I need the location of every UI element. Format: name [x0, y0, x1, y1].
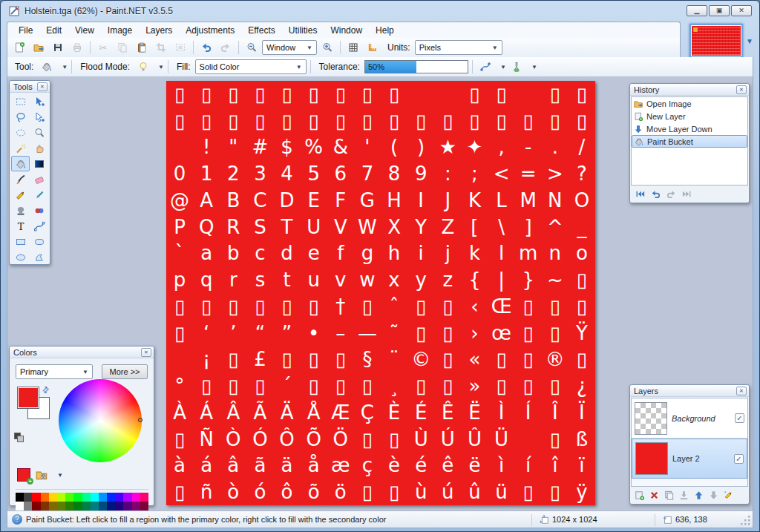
tool-paintbrush[interactable] [11, 171, 30, 187]
zoom-in-button[interactable] [318, 39, 336, 56]
tool-move-selected-pixels[interactable] [30, 93, 48, 109]
chevron-down-icon[interactable]: ▼ [57, 472, 63, 479]
history-panel-titlebar[interactable]: History ✕ [630, 84, 749, 96]
tool-rectangle[interactable] [11, 234, 30, 249]
fill-style-combobox[interactable]: Solid Color▼ [195, 59, 307, 74]
palette-swatch[interactable] [99, 493, 107, 502]
antialiasing-button[interactable] [476, 59, 494, 75]
resize-grip[interactable] [741, 516, 751, 526]
tool-gradient[interactable] [30, 156, 48, 171]
tool-pan[interactable] [30, 140, 48, 156]
units-combobox[interactable]: Pixels▼ [415, 40, 502, 55]
swap-colors-icon[interactable]: ⇄ [40, 384, 52, 396]
save-button[interactable] [49, 39, 67, 56]
history-rewind-button[interactable] [635, 188, 646, 201]
palette-swatch[interactable] [107, 502, 115, 510]
tool-ellipse-select[interactable] [11, 125, 30, 140]
palette-swatch[interactable] [57, 502, 65, 510]
palette-swatch[interactable] [123, 502, 131, 510]
chevron-down-icon[interactable]: ▼ [158, 64, 164, 70]
layer-properties-button[interactable] [723, 490, 734, 502]
palette-swatch[interactable] [115, 493, 123, 502]
tool-ellipse[interactable] [11, 249, 30, 265]
menu-window[interactable]: Window [324, 24, 369, 37]
paste-button[interactable] [133, 39, 151, 56]
palette-swatch[interactable] [65, 502, 73, 510]
palette-swatch[interactable] [16, 493, 24, 502]
palette-swatch[interactable] [123, 493, 131, 502]
close-icon[interactable]: ✕ [736, 85, 747, 94]
palette-swatch[interactable] [16, 502, 24, 510]
blend-mode-button[interactable] [508, 59, 525, 75]
colors-panel-titlebar[interactable]: Colors ✕ [10, 347, 154, 358]
tool-rectangle-select[interactable] [11, 93, 30, 109]
palette-swatch[interactable] [107, 493, 115, 502]
color-wheel[interactable] [59, 379, 142, 462]
layer-row[interactable]: Layer 2✓ [632, 439, 747, 479]
menu-effects[interactable]: Effects [241, 24, 281, 37]
ruler-toggle-button[interactable] [364, 39, 381, 56]
palette-swatch[interactable] [91, 502, 99, 510]
zoom-level-combobox[interactable]: Window▼ [262, 40, 317, 55]
print-button[interactable] [68, 39, 86, 56]
minimize-button[interactable]: ▁ [687, 5, 707, 16]
open-button[interactable] [30, 39, 48, 56]
tools-panel-titlebar[interactable]: Tools ✕ [10, 81, 50, 93]
crop-button[interactable] [152, 39, 170, 56]
menu-image[interactable]: Image [101, 24, 139, 37]
chevron-down-icon[interactable]: ▼ [531, 64, 537, 70]
history-item[interactable]: Open Image [632, 97, 747, 110]
layers-panel-titlebar[interactable]: Layers ✕ [630, 385, 749, 397]
primary-color-swatch[interactable] [17, 387, 39, 409]
palette-swatch[interactable] [24, 502, 32, 510]
active-tool-button[interactable] [38, 59, 56, 75]
history-item[interactable]: Move Layer Down [632, 122, 747, 135]
palette-swatch[interactable] [49, 493, 57, 502]
color-mode-combobox[interactable]: Primary▼ [16, 364, 93, 379]
menu-file[interactable]: File [12, 24, 39, 37]
menu-adjustments[interactable]: Adjustments [179, 24, 241, 37]
undo-button[interactable] [197, 39, 215, 56]
tool-move-selection[interactable] [30, 109, 48, 125]
maximize-button[interactable]: ▣ [709, 5, 730, 16]
zoom-out-button[interactable] [243, 39, 261, 56]
palette-swatch[interactable] [73, 502, 82, 510]
move-layer-up-button[interactable] [693, 490, 704, 502]
menu-layers[interactable]: Layers [139, 24, 179, 37]
palette-swatch[interactable] [132, 493, 140, 502]
deselect-button[interactable] [171, 39, 189, 56]
copy-button[interactable] [114, 39, 131, 56]
flood-mode-button[interactable] [134, 59, 152, 75]
palette-swatch[interactable] [73, 493, 82, 502]
history-redo-button[interactable] [666, 188, 677, 201]
palette-swatch[interactable] [115, 502, 123, 510]
cut-button[interactable]: ✂ [94, 39, 112, 56]
palette-swatch[interactable] [32, 493, 40, 502]
menu-utilities[interactable]: Utilities [282, 24, 324, 37]
palette-swatch[interactable] [132, 502, 140, 510]
canvas[interactable]: ▯▯▯▯▯▯▯▯▯▯▯▯▯▯▯▯▯▯▯▯▯▯▯▯▯▯▯▯▯!"#$%&'()★✦… [166, 81, 595, 505]
palette-swatch[interactable] [32, 502, 40, 510]
chevron-down-icon[interactable]: ▼ [62, 64, 68, 70]
palette-swatch[interactable] [140, 493, 148, 502]
duplicate-layer-button[interactable] [664, 490, 675, 502]
title-bar[interactable]: Holstein.tga (62%) - Paint.NET v3.5.5 ▁ … [1, 1, 759, 22]
palette-swatch[interactable] [24, 493, 32, 502]
add-layer-button[interactable] [634, 490, 645, 502]
history-item[interactable]: Paint Bucket [632, 135, 747, 148]
layer-row[interactable]: Background✓ [632, 398, 747, 439]
history-undo-button[interactable] [650, 188, 661, 201]
new-image-button[interactable] [10, 39, 28, 56]
menu-view[interactable]: View [68, 24, 101, 37]
palette-swatch[interactable] [57, 493, 65, 502]
tool-line-curve[interactable] [30, 218, 48, 234]
palette-swatch[interactable] [91, 493, 99, 502]
move-layer-down-button[interactable] [708, 490, 719, 502]
palette-menu-icon[interactable] [35, 468, 48, 482]
palette-swatch[interactable] [82, 493, 91, 502]
tool-eraser[interactable] [30, 171, 48, 187]
chevron-down-icon[interactable]: ▼ [500, 64, 506, 70]
tool-pencil[interactable] [11, 187, 30, 203]
close-button[interactable]: ✕ [731, 5, 752, 16]
tool-lasso-select[interactable] [11, 109, 30, 125]
